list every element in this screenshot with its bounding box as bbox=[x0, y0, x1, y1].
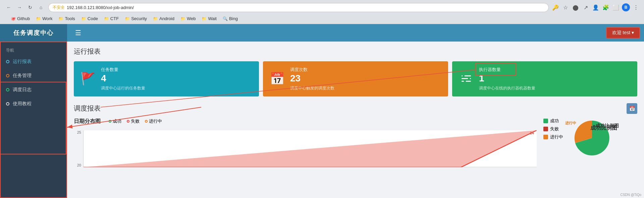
address-bar[interactable]: 不安全 192.168.0.121:8080/xxl-job-admin/ bbox=[48, 3, 549, 12]
task-card-value: 4 bbox=[101, 73, 252, 84]
legend-progress: 进行中 bbox=[145, 118, 162, 124]
home-button[interactable]: ⌂ bbox=[36, 3, 46, 12]
pie-chart: 进行中 成功比例图 bbox=[569, 118, 615, 158]
schedule-header: 调度报表 📅 bbox=[74, 103, 637, 114]
sidebar-item-log[interactable]: 调度日志 bbox=[1, 83, 66, 97]
pie-chart-title-container: 成功比例图 bbox=[590, 125, 644, 132]
pie-legend-fail: 失败 bbox=[543, 126, 563, 132]
pie-color-success bbox=[543, 119, 548, 123]
task-card-desc: 调度中心运行的任务数量 bbox=[101, 85, 252, 91]
sidebar-item-task[interactable]: 任务管理 bbox=[1, 69, 66, 83]
sidebar-item-tutorial[interactable]: 使用教程 bbox=[1, 97, 66, 111]
pie-legend-success: 成功 bbox=[543, 118, 563, 124]
legend-success-label: 成功 bbox=[113, 118, 121, 124]
watermark: CSDN @TiQo bbox=[620, 193, 641, 197]
task-card-info: 任务数量 4 调度中心运行的任务数量 bbox=[101, 67, 252, 91]
devices-icon[interactable]: ⬜ bbox=[612, 3, 620, 11]
stats-row: 🚩 任务数量 4 调度中心运行的任务数量 📅 调度次数 23 调度中心触发的调度… bbox=[74, 61, 637, 96]
menu-icon[interactable]: ⋮ bbox=[632, 3, 640, 11]
send-icon[interactable]: ↗ bbox=[582, 3, 590, 11]
legend-progress-label: 进行中 bbox=[149, 118, 162, 124]
forward-button[interactable]: → bbox=[15, 3, 24, 12]
pie-legend-progress-label: 进行中 bbox=[550, 134, 563, 140]
schedule-title: 调度报表 bbox=[74, 104, 101, 113]
pie-color-fail bbox=[543, 127, 548, 131]
account-icon[interactable]: 👤 bbox=[592, 3, 600, 11]
bookmark-label-github: Github bbox=[17, 16, 30, 21]
browser-toolbar: ← → ↻ ⌂ 不安全 192.168.0.121:8080/xxl-job-a… bbox=[4, 3, 640, 12]
security-warning: 不安全 bbox=[53, 5, 65, 10]
legend-fail: 失败 bbox=[127, 118, 140, 124]
content-area: 运行报表 🚩 任务数量 4 调度中心运行的任务数量 📅 调度次数 23 bbox=[67, 42, 644, 198]
pie-in-progress-label: 进行中 bbox=[565, 121, 576, 126]
main-area: 导航 运行报表 任务管理 调度日志 使用教程 运行报表 bbox=[0, 42, 644, 198]
report-dot bbox=[6, 60, 9, 63]
url-display: 192.168.0.121:8080/xxl-job-admin/ bbox=[67, 5, 544, 10]
pie-legend-fail-label: 失败 bbox=[550, 126, 559, 132]
bookmark-icon-tools: 📁 bbox=[58, 16, 63, 21]
star-icon[interactable]: ☆ bbox=[561, 3, 570, 11]
key-icon[interactable]: 🔑 bbox=[551, 3, 559, 11]
executor-card-icon bbox=[460, 73, 472, 85]
sidebar-title: 任务调度中心 bbox=[0, 24, 67, 42]
app-header: 任务调度中心 ☰ 欢迎 test ▾ bbox=[0, 24, 644, 42]
bookmark-tools[interactable]: 📁Tools bbox=[56, 15, 77, 22]
task-dot bbox=[6, 74, 9, 77]
browser-chrome: ← → ↻ ⌂ 不安全 192.168.0.121:8080/xxl-job-a… bbox=[0, 0, 644, 24]
schedule-card-label: 调度次数 bbox=[290, 67, 441, 73]
bookmark-bing[interactable]: 🔍Bing bbox=[220, 15, 240, 22]
user-avatar[interactable]: B bbox=[622, 3, 630, 11]
bookmark-label-tools: Tools bbox=[65, 16, 75, 21]
executor-card-label: 执行器数量 bbox=[479, 67, 631, 73]
back-button[interactable]: ← bbox=[4, 3, 13, 12]
stat-card-executor: 执行器数量 1 调度中心在线的执行器机器数量 bbox=[452, 61, 637, 96]
bookmark-label-work: Work bbox=[42, 16, 52, 21]
task-card-icon: 🚩 bbox=[80, 72, 96, 86]
reload-button[interactable]: ↻ bbox=[25, 3, 35, 12]
legend-dot-fail bbox=[127, 120, 129, 123]
schedule-card-desc: 调度中心触发的调度次数 bbox=[290, 85, 441, 91]
sidebar-item-report-label: 运行报表 bbox=[13, 59, 32, 65]
log-dot bbox=[6, 88, 9, 91]
puzzle-icon[interactable]: 🧩 bbox=[602, 3, 610, 11]
browser-icons: 🔑 ☆ ⬤ ↗ 👤 🧩 ⬜ B ⋮ bbox=[551, 3, 640, 11]
bookmark-icon-github: 🐙 bbox=[11, 16, 16, 21]
bookmark-label-web: Web bbox=[187, 16, 196, 21]
bookmark-security[interactable]: 📁Security bbox=[122, 15, 150, 22]
svg-point-3 bbox=[463, 75, 465, 77]
schedule-card-value: 23 bbox=[290, 73, 441, 84]
svg-marker-6 bbox=[84, 130, 537, 167]
chart-canvas: 14 bbox=[83, 130, 537, 167]
bookmark-wait[interactable]: 📁Wait bbox=[199, 15, 219, 22]
bookmark-android[interactable]: 📁Android bbox=[150, 15, 177, 22]
tutorial-dot bbox=[6, 102, 9, 106]
bookmarks-bar: 🐙Github📁Work📁Tools📁Code📁CTF📁Security📁And… bbox=[4, 14, 640, 24]
circle-icon[interactable]: ⬤ bbox=[572, 3, 580, 11]
pie-section: 成功 失败 进行中 bbox=[543, 118, 637, 158]
chart-section-pie: 成功 失败 进行中 bbox=[543, 118, 637, 167]
bookmark-github[interactable]: 🐙Github bbox=[8, 15, 33, 22]
bookmark-icon-bing: 🔍 bbox=[223, 16, 228, 21]
bookmark-ctf[interactable]: 📁CTF bbox=[101, 15, 121, 22]
bookmark-label-ctf: CTF bbox=[110, 16, 119, 21]
svg-rect-2 bbox=[462, 81, 471, 82]
sidebar-item-report[interactable]: 运行报表 bbox=[1, 55, 66, 69]
legend-fail-label: 失败 bbox=[131, 118, 140, 124]
bookmark-web[interactable]: 📁Web bbox=[178, 15, 199, 22]
hamburger-button[interactable]: ☰ bbox=[72, 27, 84, 38]
sidebar: 导航 运行报表 任务管理 调度日志 使用教程 bbox=[0, 42, 67, 198]
welcome-button[interactable]: 欢迎 test ▾ bbox=[606, 27, 640, 39]
bookmark-icon-code: 📁 bbox=[81, 16, 86, 21]
bookmark-icon-web: 📁 bbox=[180, 16, 185, 21]
stat-card-schedule: 📅 调度次数 23 调度中心触发的调度次数 bbox=[263, 61, 448, 96]
calendar-button[interactable]: 📅 bbox=[627, 103, 637, 114]
legend-dot-success bbox=[109, 120, 111, 123]
chart-legend: 成功 失败 进行中 bbox=[109, 118, 162, 124]
bookmark-work[interactable]: 📁Work bbox=[33, 15, 55, 22]
bookmark-code[interactable]: 📁Code bbox=[78, 15, 101, 22]
pie-color-progress bbox=[543, 135, 548, 139]
bookmark-icon-wait: 📁 bbox=[202, 16, 207, 21]
sidebar-item-tutorial-label: 使用教程 bbox=[13, 101, 32, 107]
task-card-label: 任务数量 bbox=[101, 67, 252, 73]
bookmark-icon-android: 📁 bbox=[153, 16, 158, 21]
